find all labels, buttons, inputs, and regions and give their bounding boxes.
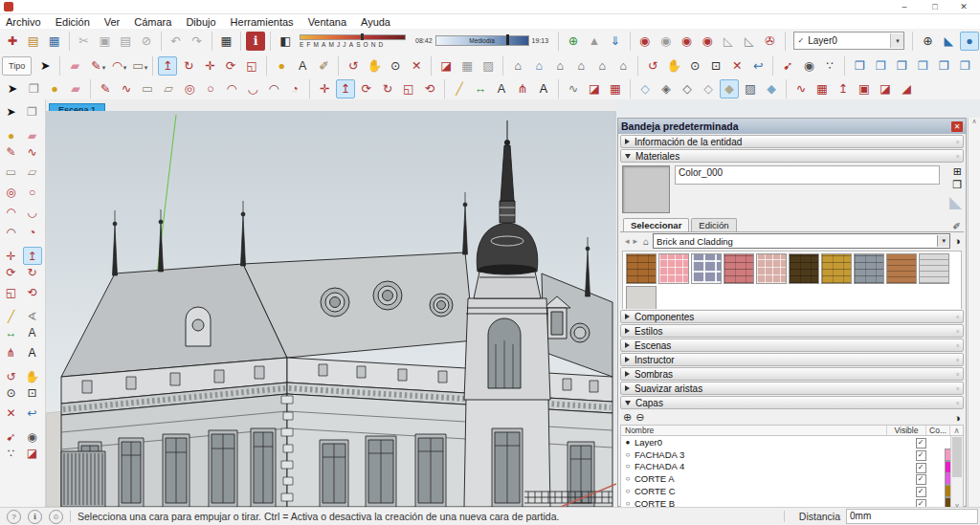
section-capas[interactable]: Capas ▫ xyxy=(620,396,964,409)
menu-dibujo[interactable]: Dibujo xyxy=(186,16,215,28)
make-component-button[interactable]: ❐ xyxy=(23,102,42,120)
zoom-tool[interactable]: ⊙ xyxy=(2,383,21,402)
new-document-button[interactable]: ✚ xyxy=(3,32,22,51)
dynamic-interact-tool[interactable]: ❐ xyxy=(850,56,869,76)
follow-me-tool[interactable]: ↻ xyxy=(23,263,42,281)
hidden-line-style-button[interactable]: ◇ xyxy=(699,79,718,98)
line-tool-2[interactable]: ✎ xyxy=(96,79,115,98)
dimensions-tool[interactable]: ↔ xyxy=(2,323,21,341)
display-section-cuts-button-2[interactable]: ▦ xyxy=(606,79,625,98)
plain-gray-swatch[interactable] xyxy=(626,286,657,309)
maximize-button[interactable]: □ xyxy=(921,0,949,13)
scroll-up-icon[interactable]: ∧ xyxy=(971,118,976,124)
match-photo-button[interactable]: ◉ xyxy=(635,32,655,51)
paint-bucket-tool-2[interactable]: ● xyxy=(45,79,64,98)
scroll-up-icon[interactable]: ∧ xyxy=(949,426,963,435)
active-layer-select[interactable]: ✓Layer0▼ xyxy=(793,32,905,50)
from-scratch-tool[interactable]: ▦ xyxy=(813,79,832,98)
line-tool[interactable]: ✎ xyxy=(2,142,21,161)
texture-display-button[interactable]: ❒ xyxy=(952,179,962,192)
layer-row[interactable]: ○CORTE A✓ xyxy=(621,472,963,485)
tray-close-icon[interactable]: ✕ xyxy=(951,121,963,132)
make-component-button[interactable]: ❐ xyxy=(24,79,43,98)
walk-tool[interactable]: ∵ xyxy=(2,444,21,462)
visible-checkbox[interactable]: ✓ xyxy=(916,463,926,473)
pin-icon[interactable]: ▫ xyxy=(956,341,959,350)
dimensions-tool[interactable]: ↔ xyxy=(471,79,490,98)
pink-tile-swatch[interactable] xyxy=(658,253,689,284)
walk-tool[interactable]: ∵ xyxy=(820,56,839,76)
rotate-tool[interactable]: ⟳ xyxy=(221,56,240,76)
arc-tool[interactable]: ◠▾ xyxy=(107,56,126,76)
brown-siding-swatch[interactable] xyxy=(886,253,917,284)
top-view-button[interactable]: ⌂ xyxy=(529,56,548,76)
layer-row[interactable]: ○CORTE C✓ xyxy=(621,485,963,497)
time-gradient-bar[interactable]: Mediodía xyxy=(435,35,529,46)
zigzag-line-tool[interactable]: ∿ xyxy=(564,79,583,98)
back-button[interactable]: ◂ xyxy=(625,236,630,246)
component-options-button[interactable]: ❐ xyxy=(871,56,890,76)
column-color[interactable]: Co... xyxy=(925,426,949,435)
north-angle-button[interactable]: ⊕ xyxy=(918,32,937,51)
zoom-extents-tool[interactable]: ✕ xyxy=(2,404,21,422)
erase-button[interactable]: ⊘ xyxy=(137,32,156,51)
reload-component-button[interactable]: ❐ xyxy=(955,56,974,76)
layer-radio[interactable]: ○ xyxy=(621,487,635,495)
section-instructor[interactable]: Instructor ▫ xyxy=(620,353,964,366)
zoom-extents-tool-2[interactable]: ✕ xyxy=(727,56,746,76)
move-tool[interactable]: ✛ xyxy=(200,56,219,76)
zoom-previous-button[interactable]: ↩ xyxy=(23,404,42,422)
text-tool[interactable]: A xyxy=(23,323,42,341)
display-section-planes-button[interactable]: ▦ xyxy=(457,56,477,76)
sample-material-tool[interactable]: ✐ xyxy=(314,56,333,76)
wireframe-style-button[interactable]: ◇ xyxy=(678,79,697,98)
rotate-tool[interactable]: ⟳ xyxy=(2,263,21,281)
look-around-tool[interactable]: ◉ xyxy=(799,56,818,76)
rectangle-tool[interactable]: ▭ xyxy=(2,163,21,181)
edit-component-button[interactable]: ❐ xyxy=(934,56,953,76)
yellow-brick-swatch[interactable] xyxy=(821,253,852,284)
circle-tool[interactable]: ◎ xyxy=(2,183,21,201)
select-tool[interactable]: ➤ xyxy=(2,102,21,120)
tray-header[interactable]: Bandeja predeterminada ✕ xyxy=(618,119,966,134)
offset-tool[interactable]: ⟲ xyxy=(23,283,42,301)
shadow-date-slider[interactable]: EFMAMJJASOND xyxy=(300,34,406,48)
two-point-arc-tool[interactable]: ◡ xyxy=(243,79,262,98)
chevron-down-icon[interactable]: ▼ xyxy=(890,33,903,48)
3d-viewport[interactable] xyxy=(46,111,616,507)
zoom-window-tool[interactable]: ⊡ xyxy=(23,383,42,402)
visible-checkbox[interactable]: ✓ xyxy=(916,474,926,485)
photo-textures-button[interactable]: ⇓ xyxy=(606,32,625,51)
select-tool-2[interactable]: ➤ xyxy=(3,79,22,98)
layer-radio[interactable]: ○ xyxy=(621,474,635,483)
rectangle-tool[interactable]: ▭▾ xyxy=(128,56,147,76)
section-componentes[interactable]: Componentes ▫ xyxy=(620,310,964,323)
shadow-time-slider[interactable]: 08:42Mediodía19:13 xyxy=(412,35,551,46)
scale-tool-2[interactable]: ◱ xyxy=(399,79,418,98)
chevron-down-icon[interactable]: ▾ xyxy=(102,58,106,77)
date-slider-thumb[interactable] xyxy=(361,33,364,40)
paste-button[interactable]: ▤ xyxy=(116,32,135,51)
tape-measure-tool[interactable]: ╱ xyxy=(450,79,469,98)
iso-view-button[interactable]: ⌂ xyxy=(508,56,527,76)
geolocation-status-icon[interactable]: ? xyxy=(7,510,21,524)
credits-status-icon[interactable]: ℹ xyxy=(28,510,42,524)
monochrome-style-button[interactable]: ◆ xyxy=(762,79,781,98)
chevron-down-icon[interactable]: ▼ xyxy=(937,235,949,247)
zoom-extents-tool[interactable]: ✕ xyxy=(407,56,426,76)
dark-brown-brick-swatch[interactable] xyxy=(789,253,819,284)
column-visible[interactable]: Visible xyxy=(886,426,925,435)
user-status-icon[interactable]: ☺ xyxy=(49,510,63,524)
create-material-button[interactable]: ⊞ xyxy=(953,165,962,179)
orbit-globe-button[interactable]: ● xyxy=(960,32,979,51)
column-nombre[interactable]: Nombre xyxy=(621,426,886,435)
section-plane-tool[interactable]: ◪ xyxy=(436,56,456,76)
save-file-button[interactable]: ▦ xyxy=(45,32,64,51)
orbit-tool[interactable]: ↺ xyxy=(344,56,363,76)
red-brick-swatch[interactable] xyxy=(724,253,754,284)
component-attributes-button[interactable]: ❐ xyxy=(892,56,911,76)
add-location-button[interactable]: ⊕ xyxy=(564,32,583,51)
minimize-button[interactable]: – xyxy=(890,0,919,13)
circle-tool[interactable]: ◎ xyxy=(180,79,199,98)
rectangle-tool-2[interactable]: ▭ xyxy=(138,79,157,98)
